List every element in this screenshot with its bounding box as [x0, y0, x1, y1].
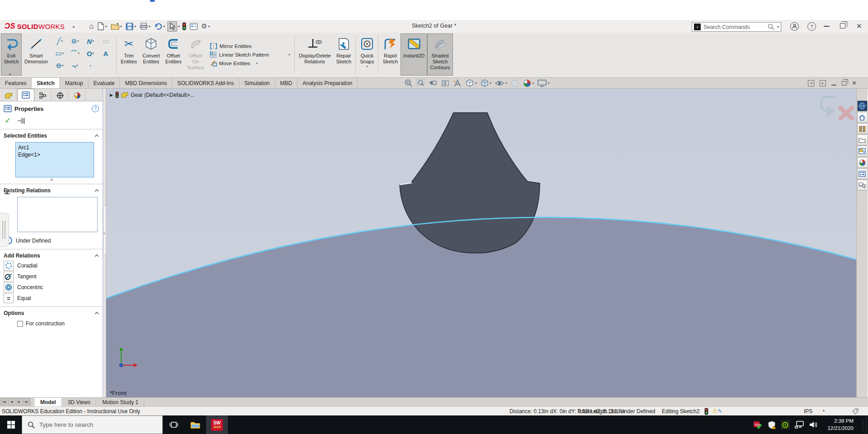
graphics-viewport[interactable]: ▶ Gear (Default<<Default>... *Front — [106, 89, 856, 397]
relation-concentric-button[interactable]: Concentric — [0, 282, 103, 293]
help-button[interactable]: ? — [807, 22, 816, 31]
tab-featuremanager-tree[interactable] — [0, 90, 17, 101]
trim-entities-button[interactable]: ✂ Trim Entities — [118, 33, 140, 76]
unit-system-selector[interactable]: IPS — [804, 408, 812, 415]
view-palette-button[interactable] — [857, 146, 868, 157]
dropdown-caret-icon[interactable]: ▾ — [120, 24, 122, 29]
design-library-button[interactable] — [857, 123, 868, 134]
menu-flyout-icon[interactable]: ▸ — [73, 24, 75, 29]
previous-view-button[interactable] — [429, 79, 438, 88]
display-style-button[interactable]: ▾ — [480, 79, 492, 88]
task-pane-list-button[interactable] — [189, 22, 199, 31]
listbox-resize-grip[interactable] — [50, 178, 53, 181]
splitter-handle[interactable] — [103, 205, 106, 255]
exit-sketch-button[interactable]: Exit Sketch — [1, 33, 22, 76]
tab-nav-first-button[interactable]: |◀ — [0, 398, 7, 405]
performance-button[interactable] — [181, 21, 188, 31]
nvidia-tray-button[interactable] — [781, 421, 789, 429]
circle-tool[interactable]: ⊙▾ — [68, 36, 82, 47]
move-entities-button[interactable]: Move Entities ▾ — [210, 60, 290, 67]
dropdown-caret-icon[interactable]: ▾ — [505, 81, 507, 85]
dropdown-caret-icon[interactable]: ▾ — [256, 62, 258, 65]
search-scope-caret-icon[interactable]: ▾ — [777, 25, 779, 29]
tree-expand-icon[interactable]: ▶ — [110, 93, 113, 97]
point-tool[interactable]: ▪ — [83, 60, 98, 71]
dropdown-caret-icon[interactable]: ▾ — [76, 64, 78, 67]
new-document-button[interactable]: ▾ — [96, 21, 108, 31]
select-tool-button[interactable] — [167, 21, 177, 32]
tab-property-manager[interactable] — [17, 89, 34, 101]
task-view-button[interactable] — [163, 415, 184, 434]
breadcrumb-label[interactable]: Gear (Default<<Default>... — [131, 92, 194, 98]
tab-model[interactable]: Model — [34, 398, 62, 406]
dropdown-caret-icon[interactable]: ▾ — [105, 24, 107, 29]
tab-motion-study-1[interactable]: Motion Study 1 — [96, 398, 144, 406]
pin-icon[interactable] — [17, 118, 26, 124]
taskbar-search-box[interactable]: Type here to search — [22, 415, 163, 434]
panel-help-button[interactable]: ? — [92, 105, 99, 112]
minimize-button[interactable] — [824, 26, 830, 27]
dropdown-caret-icon[interactable]: ▾ — [548, 81, 550, 85]
tab-configuration-manager[interactable] — [34, 90, 52, 101]
pane-right-button[interactable]: ▸ — [820, 80, 826, 86]
network-tray-button[interactable] — [795, 421, 804, 429]
view-settings-button[interactable]: ▾ — [537, 79, 550, 88]
tab-display-manager[interactable] — [69, 90, 86, 101]
restore-button[interactable] — [840, 23, 845, 29]
panel-flyout-handle[interactable] — [0, 213, 9, 247]
taskbar-search-input[interactable]: Type here to search — [39, 421, 93, 428]
apply-scene-button[interactable]: ▾ — [523, 79, 534, 88]
dropdown-caret-icon[interactable]: ▾ — [366, 65, 368, 68]
relation-equal-button[interactable]: = Equal — [0, 293, 103, 304]
tab-dimxpert-manager[interactable] — [52, 90, 69, 101]
viewport-restore-button[interactable] — [842, 81, 846, 86]
mirror-entities-button[interactable]: Mirror Entities — [210, 43, 290, 49]
tab-solidworks-add-ins[interactable]: SOLIDWORKS Add-Ins — [172, 78, 239, 88]
add-relations-header[interactable]: Add Relations — [0, 249, 103, 260]
print-button[interactable]: ▾ — [138, 22, 152, 31]
open-button[interactable]: ▾ — [109, 22, 123, 31]
ok-button[interactable]: ✓ — [5, 116, 11, 125]
viewport-close-button[interactable]: ✕ — [852, 80, 857, 86]
zoom-to-fit-button[interactable] — [404, 79, 413, 88]
selected-entity-item[interactable]: Arc1 — [18, 144, 91, 151]
selected-entities-listbox[interactable]: Arc1 Edge<1> — [15, 142, 94, 177]
viewport-minimize-button[interactable] — [831, 85, 836, 86]
dropdown-caret-icon[interactable]: ▾ — [134, 24, 136, 29]
tab-simulation[interactable]: Simulation — [240, 78, 275, 88]
save-button[interactable]: ▾ — [124, 22, 137, 31]
ellipse-tool[interactable]: O▾ — [83, 48, 98, 59]
instant2d-button[interactable]: Instant2D — [401, 33, 427, 76]
tab-features[interactable]: Features — [0, 78, 32, 88]
section-view-button[interactable] — [441, 79, 450, 88]
solidworks-resources-button[interactable] — [857, 100, 868, 111]
tab-nav-last-button[interactable]: ▶| — [24, 398, 30, 405]
panel-splitter[interactable] — [103, 89, 106, 397]
relation-coradial-button[interactable]: Coradial — [0, 260, 103, 271]
close-button[interactable]: ✕ — [856, 22, 862, 30]
relation-tangent-button[interactable]: Tangent — [0, 271, 103, 282]
zoom-to-area-button[interactable] — [416, 79, 425, 88]
linear-sketch-pattern-button[interactable]: Linear Sketch Pattern ▾ — [210, 52, 290, 58]
text-tool[interactable]: A — [99, 48, 113, 59]
undo-button[interactable]: ▾ — [153, 22, 166, 31]
selected-entities-header[interactable]: Selected Entities — [0, 129, 103, 140]
select-dropdown-caret-icon[interactable]: ▾ — [178, 24, 180, 29]
status-tag-icon[interactable] — [852, 408, 859, 415]
dropdown-caret-icon[interactable]: ▾ — [61, 39, 63, 43]
tab-mbd-dimensions[interactable]: MBD Dimensions — [120, 78, 172, 88]
fillet-tool[interactable]: ¬▾ — [68, 60, 82, 71]
home-button[interactable] — [857, 112, 868, 123]
home-button[interactable]: ⌂ — [88, 21, 95, 31]
sketch-warning-icon[interactable]: ⚠✎ — [712, 407, 722, 414]
line-tool[interactable]: ╱▾ — [52, 36, 67, 47]
taskbar-clock[interactable]: 2:38 PM 12/21/2020 — [824, 418, 857, 432]
tab-nav-prev-button[interactable]: ◀ — [8, 398, 15, 405]
dropdown-caret-icon[interactable]: ▾ — [490, 81, 492, 85]
dropdown-caret-icon[interactable]: ▾ — [92, 39, 94, 43]
unit-caret-icon[interactable]: ▴ — [823, 408, 825, 412]
sketch-canvas[interactable] — [106, 89, 856, 397]
custom-properties-button[interactable] — [857, 168, 868, 179]
tab-3d-views[interactable]: 3D Views — [62, 398, 96, 406]
view-orientation-button[interactable]: ▾ — [465, 79, 477, 88]
